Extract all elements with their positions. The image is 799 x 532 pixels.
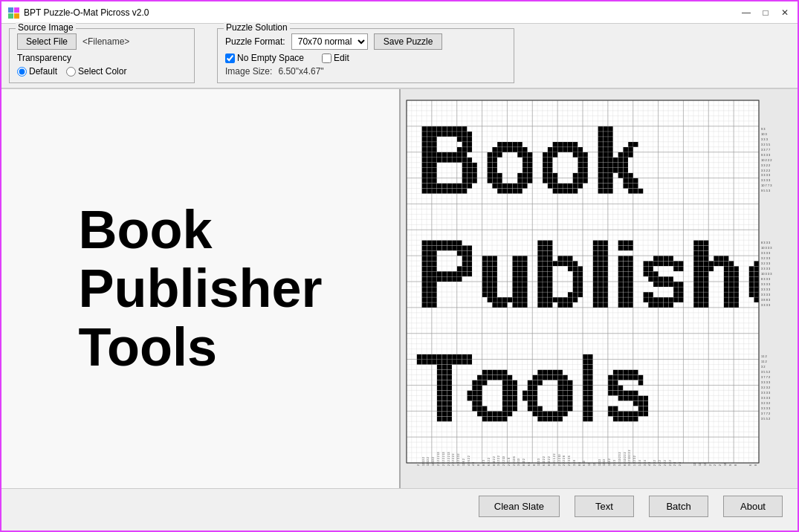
source-line-3: Tools bbox=[78, 318, 322, 377]
save-puzzle-button[interactable]: Save Puzzle bbox=[374, 33, 443, 50]
source-image-text: Book Publisher Tools bbox=[63, 186, 337, 392]
svg-rect-3 bbox=[14, 13, 19, 19]
close-button[interactable]: ✕ bbox=[778, 6, 792, 19]
batch-button[interactable]: Batch bbox=[649, 496, 708, 517]
app-icon bbox=[7, 7, 19, 19]
image-size-label: Image Size: bbox=[225, 66, 272, 77]
title-bar: BPT Puzzle-O-Mat Picross v2.0 — □ ✕ bbox=[1, 1, 798, 24]
no-empty-space-checkbox[interactable] bbox=[225, 53, 235, 63]
source-image-section: Source Image Select File <Filename> Tran… bbox=[9, 28, 195, 83]
default-label: Default bbox=[29, 66, 57, 77]
format-label: Puzzle Format: bbox=[225, 36, 285, 47]
source-line-1: Book bbox=[78, 201, 322, 259]
about-button[interactable]: About bbox=[723, 496, 783, 517]
text-button[interactable]: Text bbox=[575, 496, 634, 517]
bottom-bar: Clean Slate Text Batch About bbox=[1, 488, 798, 524]
toolbar: Source Image Select File <Filename> Tran… bbox=[1, 24, 798, 88]
select-file-button[interactable]: Select File bbox=[17, 33, 77, 50]
default-radio-label[interactable]: Default bbox=[17, 66, 57, 77]
minimize-button[interactable]: — bbox=[740, 6, 753, 19]
edit-checkbox[interactable] bbox=[322, 53, 331, 63]
svg-rect-0 bbox=[8, 7, 13, 13]
select-color-radio[interactable] bbox=[66, 67, 76, 77]
source-image-label: Source Image bbox=[16, 22, 76, 33]
image-size-value: 6.50"x4.67" bbox=[278, 66, 323, 77]
source-line-2: Publisher bbox=[78, 259, 322, 318]
select-color-radio-label[interactable]: Select Color bbox=[66, 66, 126, 77]
puzzle-solution-label: Puzzle Solution bbox=[224, 22, 290, 33]
puzzle-solution-section: Puzzle Solution Puzzle Format: 70x70 nor… bbox=[217, 28, 514, 83]
puzzle-canvas bbox=[401, 89, 798, 488]
puzzle-solution-panel bbox=[401, 89, 798, 488]
source-image-panel: Book Publisher Tools bbox=[1, 89, 401, 488]
svg-rect-2 bbox=[8, 13, 13, 19]
transparency-label: Transparency bbox=[17, 53, 71, 63]
main-content: Book Publisher Tools bbox=[1, 88, 798, 488]
no-empty-space-label: No Empty Space bbox=[237, 53, 304, 63]
filename-display: <Filename> bbox=[83, 36, 129, 47]
edit-checkbox-label[interactable]: Edit bbox=[322, 53, 349, 63]
edit-label: Edit bbox=[334, 53, 349, 63]
maximize-button[interactable]: □ bbox=[759, 6, 772, 19]
window-title: BPT Puzzle-O-Mat Picross v2.0 bbox=[24, 7, 149, 18]
default-radio[interactable] bbox=[17, 67, 27, 77]
select-color-label: Select Color bbox=[78, 66, 126, 77]
no-empty-space-checkbox-label[interactable]: No Empty Space bbox=[225, 53, 304, 63]
svg-rect-1 bbox=[14, 7, 19, 13]
format-select[interactable]: 70x70 normal 50x50 normal 40x40 normal bbox=[291, 33, 368, 50]
clean-slate-button[interactable]: Clean Slate bbox=[479, 496, 560, 517]
